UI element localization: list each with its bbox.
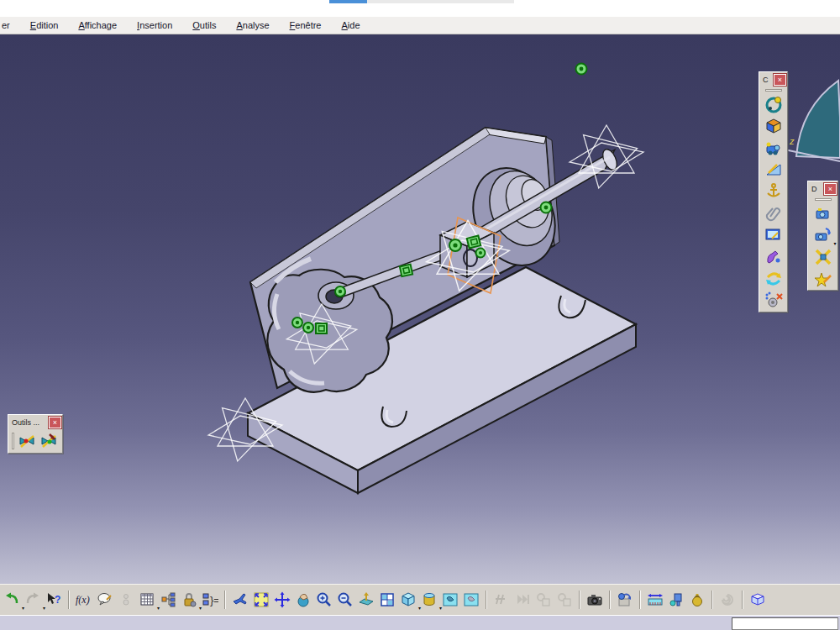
menu-edition[interactable]: Edition	[30, 20, 59, 30]
constraint-dot-top	[576, 64, 587, 75]
rule-set-button[interactable]: }=	[200, 589, 220, 611]
zoom-out-button[interactable]	[335, 589, 355, 611]
simulation-flag-red-icon[interactable]	[16, 430, 38, 452]
separator	[639, 591, 641, 609]
inactive-tab-edge	[367, 0, 514, 3]
iso-view-button[interactable]: ▾	[398, 589, 418, 611]
undo-button[interactable]: ▾	[2, 589, 22, 611]
separator	[224, 591, 226, 609]
close-icon[interactable]: ×	[49, 417, 61, 428]
compass-z-label: z	[789, 136, 795, 146]
star-pencil-icon[interactable]	[812, 268, 834, 290]
formula-fx-button[interactable]: f(x)	[74, 589, 94, 611]
swap-visible-space-button[interactable]	[461, 589, 481, 611]
active-tab-edge	[329, 0, 367, 3]
simulation-flag-green-icon[interactable]	[38, 430, 60, 452]
annotation-bubble-button[interactable]	[95, 589, 115, 611]
menu-analyse[interactable]: Analyse	[236, 20, 269, 30]
redo-button[interactable]: ▾	[23, 589, 43, 611]
fitting-camera-icon[interactable]	[763, 137, 785, 159]
gear-settings-icon[interactable]	[763, 290, 785, 312]
top-strip	[0, 0, 840, 17]
zoom-in-button[interactable]	[314, 589, 334, 611]
rotate-button[interactable]	[293, 589, 313, 611]
svg-text:?: ?	[55, 594, 60, 606]
separator	[609, 591, 611, 609]
knowledge-swirl-disabled[interactable]	[717, 589, 738, 611]
menu-fenetre[interactable]: Fenêtre	[290, 20, 322, 30]
menu-insertion[interactable]: Insertion	[137, 20, 172, 30]
swap-arrows-icon[interactable]	[763, 268, 785, 290]
fly-mode-button[interactable]	[230, 589, 250, 611]
mechanism-box-icon[interactable]	[763, 115, 785, 137]
player-jump-disabled[interactable]	[491, 589, 512, 611]
lock-expert-button[interactable]: ▾	[179, 589, 199, 611]
drag-handle[interactable]	[765, 89, 782, 92]
constraint-dot-cam-left	[292, 318, 302, 328]
close-icon[interactable]: ×	[824, 183, 837, 195]
simulation-compass-icon[interactable]	[763, 93, 785, 115]
mechanism-analysis-icon[interactable]	[763, 246, 785, 268]
render-style-button[interactable]: ▾	[419, 589, 439, 611]
jack-frame-icon[interactable]	[812, 246, 834, 268]
mass-properties-button[interactable]	[687, 589, 707, 611]
constraint-dot-cam-boss	[335, 286, 345, 297]
assembly-model: z	[0, 34, 840, 584]
close-icon[interactable]: ×	[774, 74, 786, 86]
separator	[711, 591, 713, 609]
simulation-camera-icon[interactable]	[812, 202, 834, 224]
svg-text:}=: }=	[210, 594, 218, 606]
catia-window: er Edition Affichage Insertion Outils An…	[0, 0, 840, 630]
power-input-field[interactable]	[732, 617, 838, 630]
multi-view-button[interactable]	[377, 589, 397, 611]
catalog-tree-button[interactable]	[158, 589, 178, 611]
svg-text:f(x): f(x)	[76, 594, 90, 606]
bottom-toolbar: ▾ ▾ ? f(x) ▾ ▾ }=	[0, 584, 840, 615]
toolbar-right-secondary-title: D	[811, 185, 817, 193]
measure-angle-icon[interactable]	[763, 159, 785, 181]
menubar: er Edition Affichage Insertion Outils An…	[0, 17, 840, 34]
toolbar-right-secondary[interactable]: D × ▾	[807, 181, 838, 291]
toolbar-right-primary[interactable]: C ×	[759, 71, 788, 312]
3d-viewport[interactable]: z Outils ... × C ×	[0, 34, 840, 584]
player-doc-a-disabled[interactable]	[533, 589, 554, 611]
camera-capture-button[interactable]	[585, 589, 605, 611]
toolbar-outils-title: Outils ...	[12, 418, 39, 427]
normal-view-button[interactable]	[356, 589, 376, 611]
constraint-combo-cam	[303, 323, 327, 333]
design-table-button[interactable]: ▾	[137, 589, 157, 611]
anchor-fixed-part-icon[interactable]	[763, 181, 785, 202]
separator	[486, 591, 487, 609]
constraint-square-rod	[400, 265, 412, 276]
menu-aide[interactable]: Aide	[342, 20, 360, 30]
drag-handle[interactable]	[12, 433, 14, 449]
pan-button[interactable]	[272, 589, 292, 611]
separator	[68, 591, 70, 609]
chevron-down-icon[interactable]: ▾	[833, 240, 836, 246]
measure-between-button[interactable]	[645, 589, 665, 611]
hide-show-button[interactable]	[440, 589, 460, 611]
player-doc-b-disabled[interactable]	[554, 589, 575, 611]
measure-item-button[interactable]	[666, 589, 686, 611]
context-help-button[interactable]: ?	[44, 589, 64, 611]
fit-all-in-button[interactable]	[251, 589, 271, 611]
knowledge-dim-button[interactable]	[116, 589, 136, 611]
drag-handle[interactable]	[815, 198, 832, 201]
toolbar-outils[interactable]: Outils ... ×	[8, 414, 63, 454]
menu-affichage[interactable]: Affichage	[78, 20, 117, 30]
separator	[579, 591, 580, 609]
paperclip-icon[interactable]	[763, 202, 785, 224]
view-compass[interactable]: z	[785, 81, 840, 161]
menu-demarrer-partial[interactable]: er	[2, 20, 10, 30]
status-bar	[0, 615, 840, 630]
screen-annotation-icon[interactable]	[763, 224, 785, 246]
simulation-sphere-button[interactable]	[615, 589, 635, 611]
menu-outils[interactable]: Outils	[192, 20, 216, 30]
catalog-book-button[interactable]	[748, 589, 768, 611]
constraint-dot-hub	[541, 202, 552, 213]
separator	[742, 591, 743, 609]
player-forward-disabled[interactable]	[512, 589, 533, 611]
replay-camera-icon[interactable]: ▾	[812, 224, 834, 246]
toolbar-right-primary-title: C	[763, 76, 769, 84]
